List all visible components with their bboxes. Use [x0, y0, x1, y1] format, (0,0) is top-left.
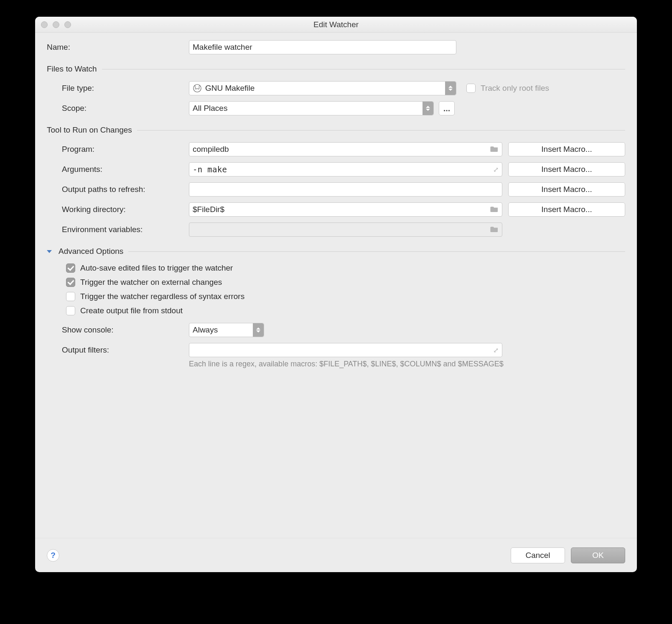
advanced-options-heading: Advanced Options — [59, 247, 123, 256]
help-button[interactable]: ? — [47, 549, 59, 562]
output-filters-hint: Each line is a regex, available macros: … — [47, 360, 625, 368]
create-output-label: Create output file from stdout — [80, 306, 183, 315]
divider — [128, 251, 625, 252]
ok-button[interactable]: OK — [571, 547, 625, 563]
cancel-button[interactable]: Cancel — [511, 547, 565, 563]
zoom-icon[interactable] — [64, 21, 71, 28]
divider — [102, 69, 625, 69]
working-dir-input[interactable]: $FileDir$ — [189, 202, 502, 217]
dialog-footer: ? Cancel OK — [35, 538, 637, 572]
program-label: Program: — [47, 145, 189, 154]
arguments-value: -n make — [193, 165, 227, 174]
insert-macro-arguments-button[interactable]: Insert Macro... — [508, 162, 625, 176]
autosave-label: Auto-save edited files to trigger the wa… — [80, 263, 233, 273]
output-filters-input[interactable]: ⤢ — [189, 343, 502, 357]
scope-label: Scope: — [47, 104, 189, 113]
file-type-value: GNU Makefile — [205, 84, 255, 93]
insert-macro-outputpaths-button[interactable]: Insert Macro... — [508, 182, 625, 197]
output-paths-input[interactable] — [189, 182, 502, 197]
trigger-syntax-label: Trigger the watcher regardless of syntax… — [80, 292, 244, 301]
show-console-label: Show console: — [47, 325, 189, 335]
env-vars-input[interactable] — [189, 222, 502, 237]
trigger-external-label: Trigger the watcher on external changes — [80, 278, 222, 287]
working-dir-label: Working directory: — [47, 205, 189, 214]
show-console-value: Always — [193, 325, 218, 335]
file-type-select[interactable]: GNU Makefile — [189, 81, 456, 95]
scope-value: All Places — [193, 104, 227, 113]
arguments-label: Arguments: — [47, 165, 189, 174]
folder-icon[interactable] — [490, 145, 499, 154]
env-vars-label: Environment variables: — [47, 225, 189, 234]
create-output-checkbox[interactable] — [66, 306, 75, 315]
close-icon[interactable] — [41, 21, 48, 28]
track-only-root-label: Track only root files — [481, 84, 549, 93]
name-label: Name: — [47, 43, 189, 52]
folder-icon[interactable] — [490, 225, 499, 234]
output-filters-label: Output filters: — [47, 345, 189, 355]
chevron-updown-icon — [445, 82, 456, 95]
trigger-external-checkbox[interactable] — [66, 278, 75, 287]
program-input[interactable]: compiledb — [189, 142, 502, 156]
insert-macro-workingdir-button[interactable]: Insert Macro... — [508, 202, 625, 217]
track-only-root-checkbox[interactable] — [466, 84, 476, 93]
working-dir-value: $FileDir$ — [193, 205, 224, 214]
program-value: compiledb — [193, 145, 229, 154]
gnu-icon — [193, 84, 202, 93]
expand-icon[interactable]: ⤢ — [493, 346, 499, 354]
tool-to-run-heading: Tool to Run on Changes — [47, 125, 132, 135]
chevron-updown-icon — [253, 323, 264, 337]
edit-watcher-dialog: Edit Watcher Name: Makefile watcher File… — [35, 17, 637, 572]
show-console-select[interactable]: Always — [189, 323, 264, 337]
arguments-input[interactable]: -n make ⤢ — [189, 162, 502, 176]
insert-macro-program-button[interactable]: Insert Macro... — [508, 142, 625, 156]
disclosure-triangle-icon[interactable] — [47, 250, 52, 253]
window-title: Edit Watcher — [35, 20, 637, 29]
autosave-checkbox[interactable] — [66, 263, 75, 273]
files-to-watch-heading: Files to Watch — [47, 64, 97, 74]
titlebar: Edit Watcher — [35, 17, 637, 33]
file-type-label: File type: — [47, 84, 189, 93]
folder-icon[interactable] — [490, 205, 499, 214]
trigger-syntax-checkbox[interactable] — [66, 292, 75, 301]
scope-select[interactable]: All Places — [189, 101, 434, 115]
minimize-icon[interactable] — [53, 21, 59, 28]
expand-icon[interactable]: ⤢ — [493, 166, 499, 174]
name-input[interactable]: Makefile watcher — [189, 40, 456, 54]
output-paths-label: Output paths to refresh: — [47, 185, 189, 194]
divider — [137, 130, 625, 130]
scope-more-button[interactable]: ... — [439, 101, 455, 115]
chevron-updown-icon — [423, 102, 433, 115]
